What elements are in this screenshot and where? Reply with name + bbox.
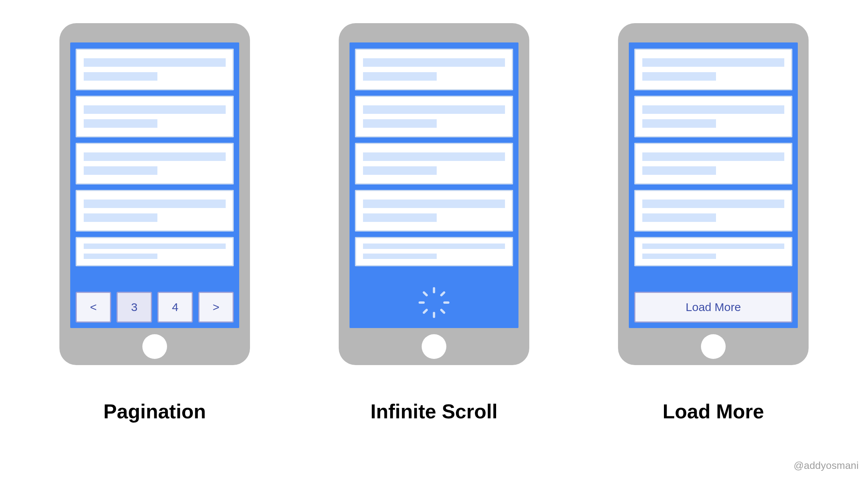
list-item [634,49,792,90]
list-item [355,96,513,137]
pagination-page-button[interactable]: 4 [157,292,193,323]
placeholder-line [642,58,784,67]
spinner-icon [423,296,445,318]
placeholder-line [363,58,505,67]
placeholder-line [363,72,437,81]
placeholder-line [642,166,716,175]
placeholder-line [642,213,716,222]
placeholder-line [84,72,157,81]
list-item [355,143,513,184]
infinite-scroll-column: Infinite Scroll [339,23,529,423]
pagination-prev-button[interactable]: < [76,292,111,323]
phone-screen: < 3 4 > [70,42,239,328]
placeholder-line [363,254,437,259]
placeholder-line [84,166,157,175]
placeholder-line [642,244,784,249]
list-item [76,190,234,232]
placeholder-line [363,244,505,249]
home-button-icon [142,334,167,359]
load-more-column: Load More Load More [618,23,809,423]
placeholder-line [642,254,716,259]
placeholder-line [642,200,784,208]
loading-area [355,292,513,323]
placeholder-line [642,152,784,161]
phone-frame [339,23,529,365]
load-more-button[interactable]: Load More [634,292,792,323]
pagination-column: < 3 4 > Pagination [59,23,250,423]
phone-screen [350,42,518,328]
placeholder-line [363,213,437,222]
placeholder-line [363,119,437,128]
list-item [76,237,234,266]
placeholder-line [84,152,226,161]
placeholder-line [84,244,226,249]
list-item [355,237,513,266]
placeholder-line [363,105,505,114]
pagination-page-button[interactable]: 3 [117,292,152,323]
list-item [76,143,234,184]
phone-frame: Load More [618,23,809,365]
placeholder-line [84,200,226,208]
caption-infinite-scroll: Infinite Scroll [370,400,497,423]
pagination-bar: < 3 4 > [76,292,234,323]
list-item [634,190,792,232]
placeholder-line [363,152,505,161]
placeholder-line [363,200,505,208]
list-item [355,190,513,232]
phone-frame: < 3 4 > [59,23,250,365]
placeholder-line [84,213,157,222]
phone-screen: Load More [629,42,798,328]
list-item [76,49,234,90]
placeholder-line [84,58,226,67]
pagination-next-button[interactable]: > [198,292,234,323]
placeholder-line [642,119,716,128]
list-item [634,237,792,266]
placeholder-line [84,105,226,114]
credit-text: @addyosmani [794,460,859,472]
diagram-row: < 3 4 > Pagination [0,0,868,423]
list-item [634,96,792,137]
placeholder-line [642,105,784,114]
placeholder-line [84,119,157,128]
placeholder-line [363,166,437,175]
placeholder-line [642,72,716,81]
list-item [76,96,234,137]
home-button-icon [422,334,446,359]
placeholder-line [84,254,157,259]
list-item [634,143,792,184]
home-button-icon [701,334,726,359]
load-more-area: Load More [634,292,792,323]
caption-load-more: Load More [663,400,764,423]
list-item [355,49,513,90]
caption-pagination: Pagination [103,400,206,423]
